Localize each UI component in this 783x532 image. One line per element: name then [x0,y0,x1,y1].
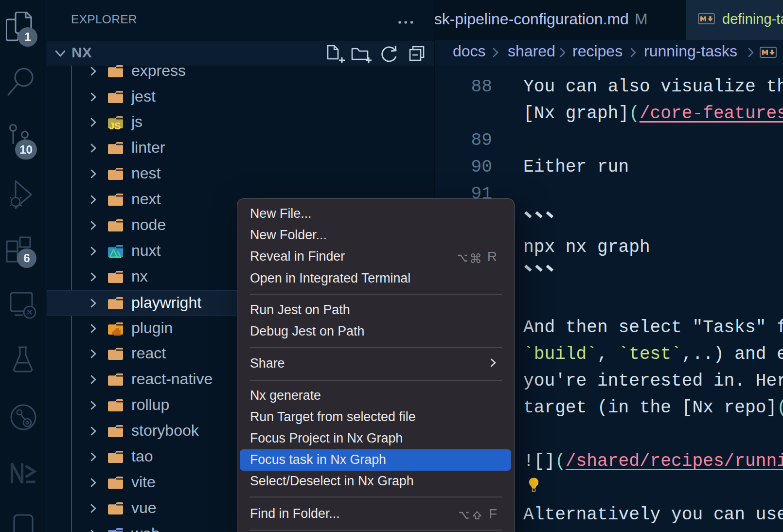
svg-text:JS: JS [109,121,121,129]
